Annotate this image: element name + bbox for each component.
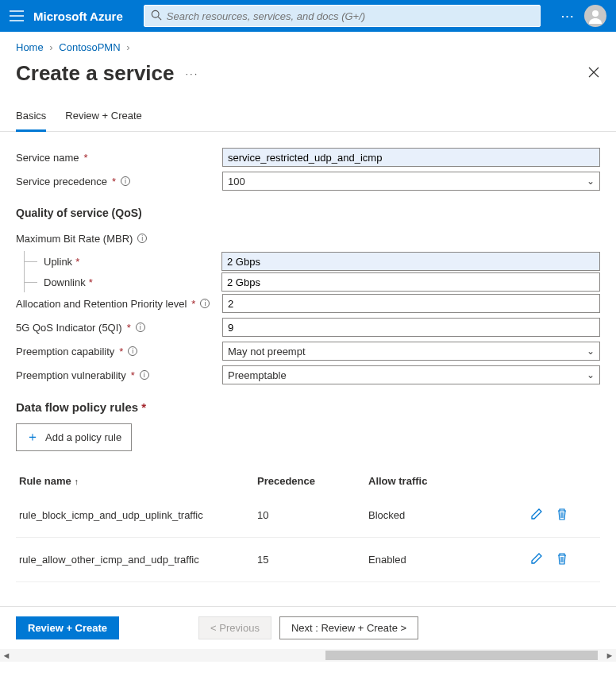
required-marker: *	[119, 346, 123, 357]
downlink-label: Downlink	[44, 276, 86, 288]
horizontal-scrollbar[interactable]: ◄ ►	[0, 649, 616, 662]
rule-allow-cell: Blocked	[365, 493, 521, 538]
chevron-down-icon: ⌄	[587, 176, 595, 187]
more-icon[interactable]: ···	[185, 68, 198, 79]
previous-button[interactable]: < Previous	[198, 616, 271, 639]
info-icon[interactable]: i	[136, 323, 145, 332]
chevron-down-icon: ⌄	[587, 369, 595, 380]
table-row: rule_block_icmp_and_udp_uplink_traffic10…	[16, 493, 600, 538]
required-marker: *	[191, 298, 195, 310]
service-precedence-select[interactable]: 100 ⌄	[222, 172, 600, 191]
avatar[interactable]	[584, 5, 606, 27]
tab-review[interactable]: Review + Create	[65, 105, 141, 131]
required-marker: *	[141, 400, 146, 414]
uplink-input[interactable]	[221, 252, 600, 271]
required-marker: *	[127, 322, 131, 334]
delete-icon[interactable]	[549, 552, 575, 565]
chevron-right-icon: ›	[126, 41, 129, 53]
arp-label: Allocation and Retention Priority level	[16, 298, 187, 310]
required-marker: *	[89, 276, 93, 288]
preempt-cap-value: May not preempt	[228, 346, 306, 357]
service-precedence-value: 100	[228, 176, 245, 187]
scroll-left-icon[interactable]: ◄	[0, 651, 13, 660]
breadcrumb-home[interactable]: Home	[16, 41, 44, 53]
fiveqi-label: 5G QoS Indicator (5QI)	[16, 322, 122, 334]
info-icon[interactable]: i	[121, 176, 130, 186]
info-icon[interactable]: i	[137, 234, 147, 243]
preempt-vul-label: Preemption vulnerability	[16, 369, 126, 381]
search-input[interactable]	[162, 10, 533, 22]
preempt-vul-value: Preemptable	[228, 369, 287, 381]
add-policy-rule-button[interactable]: ＋ Add a policy rule	[16, 423, 132, 451]
delete-icon[interactable]	[549, 508, 575, 520]
rules-table: Rule name ↑ Precedence Allow traffic rul…	[16, 469, 600, 582]
required-marker: *	[83, 152, 87, 164]
service-name-input[interactable]	[222, 148, 600, 167]
service-name-label: Service name	[16, 152, 79, 164]
breadcrumb: Home › ContosoPMN ›	[0, 32, 616, 58]
col-rule-name[interactable]: Rule name ↑	[16, 469, 254, 493]
edit-icon[interactable]	[524, 552, 549, 565]
page-title: Create a service	[16, 61, 174, 86]
rule-precedence-cell: 15	[254, 538, 365, 582]
preempt-vul-select[interactable]: Preemptable ⌄	[222, 365, 600, 384]
next-button[interactable]: Next : Review + Create >	[279, 616, 418, 639]
info-icon[interactable]: i	[128, 346, 137, 356]
preempt-cap-label: Preemption capability	[16, 346, 114, 357]
chevron-down-icon: ⌄	[587, 346, 595, 357]
edit-icon[interactable]	[524, 508, 549, 520]
fiveqi-input[interactable]	[222, 318, 600, 337]
mbr-label: Maximum Bit Rate (MBR)	[16, 233, 133, 245]
chevron-right-icon: ›	[49, 41, 52, 53]
global-search[interactable]	[144, 5, 541, 27]
required-marker: *	[112, 176, 116, 187]
rule-name-cell: rule_allow_other_icmp_and_udp_traffic	[16, 538, 254, 582]
downlink-input[interactable]	[221, 272, 600, 292]
sort-up-icon: ↑	[74, 477, 79, 486]
more-icon[interactable]: ···	[561, 10, 575, 22]
plus-icon: ＋	[26, 429, 39, 446]
scroll-right-icon[interactable]: ►	[603, 651, 616, 660]
col-precedence[interactable]: Precedence	[254, 469, 365, 493]
rule-precedence-cell: 10	[254, 493, 365, 538]
preempt-cap-select[interactable]: May not preempt ⌄	[222, 342, 600, 361]
svg-line-1	[158, 17, 161, 20]
tab-basics[interactable]: Basics	[16, 105, 46, 132]
required-marker: *	[75, 256, 79, 268]
col-allow-traffic[interactable]: Allow traffic	[365, 469, 521, 493]
uplink-label: Uplink	[44, 256, 72, 268]
info-icon[interactable]: i	[140, 370, 149, 380]
breadcrumb-item[interactable]: ContosoPMN	[59, 41, 120, 53]
svg-point-2	[592, 10, 599, 17]
info-icon[interactable]: i	[200, 299, 210, 308]
search-icon	[151, 10, 162, 23]
brand-label: Microsoft Azure	[33, 10, 123, 23]
add-policy-rule-label: Add a policy rule	[45, 431, 121, 443]
rules-section-title: Data flow policy rules	[16, 400, 138, 414]
rule-name-cell: rule_block_icmp_and_udp_uplink_traffic	[16, 493, 254, 538]
required-marker: *	[131, 369, 135, 381]
qos-section-title: Quality of service (QoS)	[16, 207, 600, 219]
arp-input[interactable]	[222, 294, 600, 313]
service-precedence-label: Service precedence	[16, 176, 107, 187]
rule-allow-cell: Enabled	[365, 538, 521, 582]
svg-point-0	[152, 10, 159, 17]
close-icon[interactable]	[587, 66, 600, 81]
review-create-button[interactable]: Review + Create	[16, 616, 119, 639]
table-row: rule_allow_other_icmp_and_udp_traffic15E…	[16, 538, 600, 582]
menu-icon[interactable]	[10, 10, 24, 21]
